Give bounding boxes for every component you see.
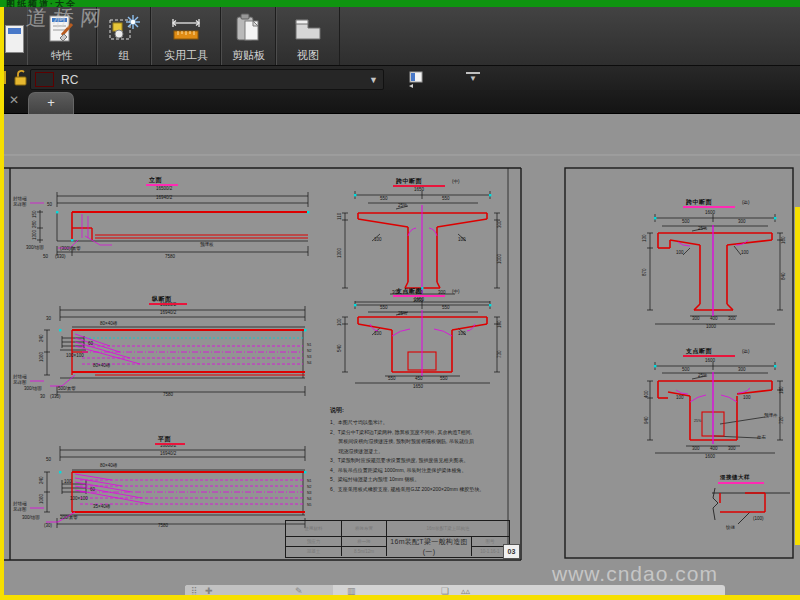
tb-span-label: 桥跨布置 <box>342 521 387 537</box>
clipboard-icon <box>231 10 267 48</box>
app-window: 16500/216940/250封锚端见详图1502801300预埋板300/锚… <box>0 0 800 600</box>
panel-overflow-button[interactable]: ▼ <box>466 72 480 82</box>
title-underline <box>155 443 185 445</box>
note-line: 4、吊装吊点位置距梁端 1000mm, 吊装时注意保护梁体棱角。 <box>330 466 510 476</box>
right-edge-strip <box>795 207 800 545</box>
ribbon-panel-label: 实用工具 <box>164 48 208 63</box>
view-icon <box>290 10 326 48</box>
ribbon-panel-utilities[interactable]: 实用工具 <box>151 7 221 65</box>
note-line: 翼板间设横向湿接缝连接, 预制时预留横隔板钢筋, 吊装就位后 <box>330 437 510 447</box>
left-edge-strip <box>0 7 4 600</box>
tb-materials-label: 使用材料 <box>286 521 342 537</box>
ribbon-panel-label: 特性 <box>51 48 73 63</box>
tb-concrete: 混凝土 <box>286 547 342 556</box>
title-underline <box>149 303 187 305</box>
title-underline <box>393 185 445 187</box>
top-banner-text: 图纸频道·大全 <box>6 0 77 7</box>
title-underline <box>683 355 735 357</box>
ribbon-panel-view[interactable]: 视图 <box>276 7 340 65</box>
sec-support-suffix: (中) <box>452 289 460 294</box>
notes-block: 说明: 1、本图尺寸均以毫米计。2、T梁分中T梁和边T梁两种, 除翼板宽度不同外… <box>330 406 510 494</box>
chevron-down-icon[interactable]: ▼ <box>369 75 378 85</box>
tb-prestress: 预应力 <box>286 537 342 547</box>
top-banner: 图纸频道·大全 <box>0 0 800 7</box>
bottom-edge-strip <box>0 595 800 600</box>
note-line: 1、本图尺寸均以毫米计。 <box>330 418 510 428</box>
layer-name: RC <box>61 73 369 87</box>
site-url-watermark: www.cndao.com <box>552 562 718 586</box>
tb-header: 16m装配T梁上部构造 <box>387 521 509 537</box>
tb-span-b: 8.5m/12m <box>342 547 387 556</box>
note-line: 6、支座采用板式橡胶支座, 规格采用GJZ 200×200×20mm 橡胶垫块。 <box>330 485 510 495</box>
ribbon-panel-label: 视图 <box>297 48 319 63</box>
unlock-icon[interactable] <box>12 68 30 91</box>
partial-button-icon <box>5 25 24 53</box>
title-block: 使用材料 桥跨布置 16m装配T梁上部构造 预应力 混凝土 桥一跨 8.5m/1… <box>285 520 510 558</box>
notes-lines: 1、本图尺寸均以毫米计。2、T梁分中T梁和边T梁两种, 除翼板宽度不同外, 其余… <box>330 418 510 494</box>
title-underline <box>393 295 445 297</box>
chevron-down-icon: ▼ <box>466 76 480 82</box>
ribbon-panel-label: 组 <box>119 48 130 63</box>
file-tab-bar: ✕ + <box>0 90 800 114</box>
close-icon[interactable]: ✕ <box>9 93 19 107</box>
joint-detail-title: 湿接缝大样 <box>720 474 750 481</box>
new-tab-button[interactable]: + <box>28 92 74 114</box>
note-line: 5、梁端封锚混凝土内预埋 10mm 钢板。 <box>330 475 510 485</box>
note-line: 现浇湿接缝混凝土。 <box>330 447 510 457</box>
sec-mid-span-suffix: (中) <box>452 179 460 184</box>
group-icon <box>106 10 142 48</box>
match-layer-button[interactable] <box>402 68 429 89</box>
note-line: 3、T梁预制时应按规范要求设置预拱度, 预拱度值见相关图表。 <box>330 456 510 466</box>
sec-edge-mid-suffix: (边) <box>742 200 750 205</box>
title-underline <box>718 482 764 484</box>
tb-main-title: 16m装配T梁一般构造图(一) <box>387 537 472 556</box>
ribbon-panel-clipboard[interactable]: 剪贴板 <box>221 7 276 65</box>
site-logo-watermark: 道桥网 <box>25 4 108 32</box>
tb-span-a: 桥一跨 <box>342 537 387 547</box>
layer-color-swatch[interactable] <box>35 72 54 87</box>
notes-heading: 说明: <box>330 406 510 415</box>
title-underline <box>146 184 178 186</box>
layer-properties-bar: RC ▼ ▼ <box>0 65 800 91</box>
sec-edge-sup-suffix: (边) <box>742 349 750 354</box>
note-line: 2、T梁分中T梁和边T梁两种, 除翼板宽度不同外, 其余构造T相同, <box>330 428 510 438</box>
sheet-number-badge: 03 <box>503 544 520 559</box>
utilities-icon <box>168 10 204 48</box>
title-underline <box>683 206 735 208</box>
ribbon: 特性 组 <box>0 7 800 65</box>
ribbon-panel-label: 剪贴板 <box>232 48 265 63</box>
layer-select[interactable]: RC ▼ <box>30 69 384 90</box>
